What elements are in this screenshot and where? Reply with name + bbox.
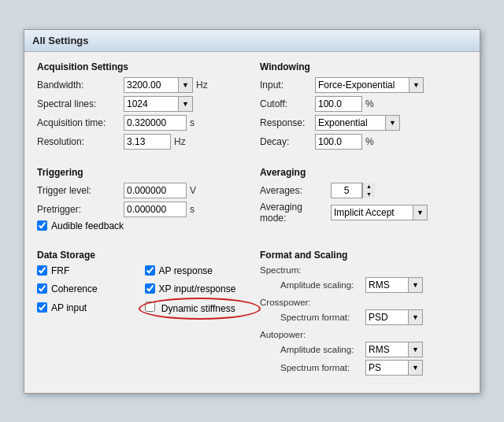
decay-unit: % [365, 136, 374, 147]
averaging-mode-group: ▼ [331, 205, 428, 220]
wind-input-select[interactable] [315, 77, 410, 93]
auto-amplitude-dropdown[interactable]: ▼ [409, 342, 423, 357]
data-storage-title: Data Storage [37, 250, 244, 261]
spectrum-format-label: Spectrum format: [271, 313, 365, 322]
frf-label: FRF [51, 265, 69, 276]
resolution-unit: Hz [174, 136, 186, 147]
spectral-input-group: ▼ [124, 96, 193, 112]
ap-input-checkbox[interactable] [37, 302, 47, 313]
spectral-label: Spectral lines: [37, 98, 124, 109]
bandwidth-unit: Hz [196, 80, 208, 91]
decay-input[interactable] [315, 134, 362, 150]
trigger-level-unit: V [190, 185, 196, 196]
dynamic-stiffness-checkbox[interactable] [145, 302, 155, 312]
auto-spectrum-format-dropdown[interactable]: ▼ [409, 360, 423, 376]
acq-time-input[interactable] [124, 115, 187, 131]
crosspower-label: Crosspower: [260, 298, 467, 307]
averages-spin-down[interactable]: ▼ [362, 191, 375, 198]
xp-input-checkbox[interactable] [145, 283, 155, 294]
wind-input-label: Input: [260, 80, 315, 91]
audible-label: Audible feedback [51, 220, 124, 231]
ap-response-checkbox[interactable] [145, 265, 155, 276]
averaging-mode-input[interactable] [331, 205, 413, 220]
response-dropdown[interactable]: ▼ [386, 115, 400, 131]
audible-checkbox[interactable] [37, 220, 47, 231]
dialog-title: All Settings [24, 30, 480, 52]
coherence-label: Coherence [51, 283, 98, 294]
auto-spectrum-format-group: ▼ [365, 360, 423, 376]
acq-time-unit: s [190, 117, 195, 128]
ap-input-label: AP input [51, 302, 87, 313]
averages-spin-up[interactable]: ▲ [362, 183, 375, 191]
spectrum-format-group: ▼ [365, 309, 423, 325]
dynamic-stiffness-wrapper: Dynamic stiffness [145, 302, 235, 314]
trigger-level-label: Trigger level: [37, 185, 124, 196]
triggering-title: Triggering [37, 167, 244, 178]
acquisition-title: Acquisition Settings [37, 61, 244, 72]
averages-input[interactable] [331, 183, 362, 198]
cutoff-input[interactable] [315, 96, 362, 112]
wind-input-group: ▼ [315, 77, 424, 93]
dynamic-stiffness-label: Dynamic stiffness [161, 303, 235, 314]
format-title: Format and Scaling [260, 250, 467, 261]
amplitude-scaling-input[interactable] [365, 277, 409, 293]
spectrum-format-dropdown[interactable]: ▼ [409, 309, 423, 325]
spectrum-format-input[interactable] [365, 309, 409, 325]
averaging-mode-dropdown[interactable]: ▼ [413, 205, 428, 220]
resolution-label: Resolution: [37, 136, 124, 147]
ap-response-label: AP response [159, 265, 213, 276]
acq-time-label: Acquisition time: [37, 117, 124, 128]
response-group: ▼ [315, 115, 400, 131]
averaging-title: Averaging [260, 167, 467, 178]
cutoff-unit: % [365, 98, 374, 109]
response-input[interactable] [315, 115, 386, 131]
auto-spectrum-format-input[interactable] [365, 360, 409, 376]
auto-amplitude-group: ▼ [365, 342, 423, 357]
wind-input-dropdown[interactable]: ▼ [410, 77, 424, 93]
frf-checkbox[interactable] [37, 265, 47, 276]
decay-label: Decay: [260, 136, 315, 147]
amplitude-scaling-label: Amplitude scaling: [271, 280, 365, 290]
bandwidth-dropdown[interactable]: ▼ [179, 77, 193, 93]
resolution-input[interactable] [124, 134, 171, 150]
auto-amplitude-input[interactable] [365, 342, 409, 357]
bandwidth-input[interactable] [124, 77, 179, 93]
averaging-mode-label: Averaging mode: [260, 202, 331, 224]
spectral-input[interactable] [124, 96, 179, 112]
autopower-label: Autopower: [260, 330, 467, 339]
trigger-level-input[interactable] [124, 183, 187, 198]
spectrum-label: Spectrum: [260, 265, 467, 275]
bandwidth-label: Bandwidth: [37, 80, 124, 91]
pretrigger-unit: s [190, 204, 195, 215]
spectral-dropdown[interactable]: ▼ [179, 96, 193, 112]
amplitude-scaling-dropdown[interactable]: ▼ [409, 277, 423, 293]
coherence-checkbox[interactable] [37, 283, 47, 294]
auto-amplitude-label: Amplitude scaling: [271, 345, 365, 354]
windowing-title: Windowing [260, 61, 467, 72]
pretrigger-input[interactable] [124, 202, 187, 217]
pretrigger-label: Pretrigger: [37, 204, 124, 215]
response-label: Response: [260, 117, 315, 128]
auto-spectrum-format-label: Spectrum format: [271, 363, 365, 372]
xp-input-label: XP input/response [159, 283, 236, 294]
bandwidth-input-group: ▼ [124, 77, 193, 93]
averages-label: Averages: [260, 185, 331, 196]
amplitude-scaling-group: ▼ [365, 277, 423, 293]
cutoff-label: Cutoff: [260, 98, 315, 109]
averages-spin-group: ▲ ▼ [331, 183, 375, 198]
